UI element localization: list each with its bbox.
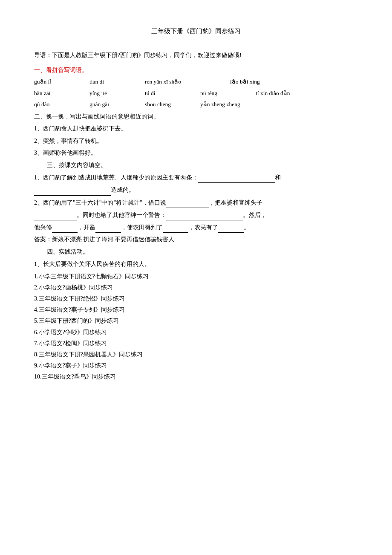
section2-item3: 3、画师称誉他画得好。 xyxy=(34,147,358,158)
section3-header: 三、按课文内容填空。 xyxy=(47,160,358,171)
pinyin-row3: qú dào guàn gài shōu cheng yǎn zhēng zhē… xyxy=(34,99,358,110)
s3-text2c: 。同时也给了其他官绅一个警告： xyxy=(77,212,166,218)
link-item-10[interactable]: 10.三年级语文?翠鸟》同步练习 xyxy=(34,371,358,382)
pinyin-item-3-3: shōu cheng xyxy=(145,99,200,110)
section3-item2b: 。同时也给了其他官绅一个警告： 。然后， xyxy=(34,209,358,220)
s3-text2g: ，使农田得到了 xyxy=(121,224,163,231)
blank6 xyxy=(52,222,78,233)
pinyin-item-2-3: tú dì xyxy=(145,88,200,98)
pinyin-item-2-2: yíng jiē xyxy=(89,88,145,98)
blank9 xyxy=(218,222,244,233)
page-title: 三年级下册《西门豹》同步练习 xyxy=(34,26,358,37)
s3-answer-label: 答案：新娘不漂亮 扔进了漳河 不要再借迷信骗钱害人 xyxy=(34,236,174,243)
link-item-9[interactable]: 9.小学语文?燕子》同步练习 xyxy=(34,360,358,371)
section3: 三、按课文内容填空。 1、西门豹了解到造成田地荒芜、人烟稀少的原因主要有两条： … xyxy=(34,160,358,245)
s3-text2d: 。然后， xyxy=(243,212,267,218)
section2-item1: 1、西门豹命人赶快把巫婆扔下去。 xyxy=(34,123,358,134)
section4: 四、实践活动。 1、长大后要做个关怀人民疾苦的有用的人。 xyxy=(34,246,358,269)
blank5 xyxy=(166,209,243,220)
link-item-1[interactable]: 1.小学三年级下册语文?七颗钻石》同步练习 xyxy=(34,271,358,282)
s3-text2e: 他兴修 xyxy=(34,224,52,231)
s3-text2b: ，把巫婆和官绅头子 xyxy=(209,199,262,206)
s3-text2a: 2、西门豹用了"三十六计"中的"将计就计"，借口说 xyxy=(34,199,166,206)
section2-header: 二、换一换，写出与画线词语的意思相近的词。 xyxy=(34,111,358,122)
s2-text3: 3、画师称誉他画得好。 xyxy=(34,150,97,156)
section3-item2c: 他兴修 ，开凿 ，使农田得到了 ，农民有了 。 xyxy=(34,222,358,233)
s3-text1: 1、西门豹了解到造成田地荒芜、人烟稀少的原因主要有两条： xyxy=(34,174,198,181)
section2-label: 二、换一换，写出与画线词语的意思相近的词。 xyxy=(34,113,159,120)
section4-item1: 1、长大后要做个关怀人民疾苦的有用的人。 xyxy=(34,259,358,269)
link-item-8[interactable]: 8.三年级语文下册?果园机器人》同步练习 xyxy=(34,349,358,360)
section4-header: 四、实践活动。 xyxy=(47,246,358,257)
pinyin-item-2-5: tí xīn diào dǎn xyxy=(256,88,341,98)
link-item-5[interactable]: 5.三年级下册?西门豹》同步练习 xyxy=(34,315,358,326)
pinyin-row1: guǎn lǐ tián dì rén yān xī shǎo lǎo bǎi … xyxy=(34,77,358,87)
pinyin-item-1-2: tián dì xyxy=(89,77,145,87)
s3-text2h: ，农民有了 xyxy=(188,224,218,231)
blank8 xyxy=(163,222,188,233)
section3-item1b: 造成的。 xyxy=(34,184,358,195)
pinyin-row2: hàn zāi yíng jiē tú dì pū téng tí xīn di… xyxy=(34,88,358,98)
intro-text: 导语：下面是人教版三年级下册?西门豹》同步练习，同学们，欢迎过来做做哦! xyxy=(34,50,358,61)
section2: 二、换一换，写出与画线词语的意思相近的词。 1、西门豹命人赶快把巫婆扔下去。 2… xyxy=(34,111,358,158)
link-list: 1.小学三年级下册语文?七颗钻石》同步练习 2.小学语文?画杨桃》同步练习 3.… xyxy=(34,271,358,382)
link-item-2[interactable]: 2.小学语文?画杨桃》同步练习 xyxy=(34,282,358,293)
section1-header: 一、看拼音写词语。 xyxy=(34,65,358,75)
s3-text2i: 。 xyxy=(244,224,250,231)
section3-answer: 答案：新娘不漂亮 扔进了漳河 不要再借迷信骗钱害人 xyxy=(34,234,358,245)
s4-text1: 1、长大后要做个关怀人民疾苦的有用的人。 xyxy=(34,261,150,267)
s3-and: 和 xyxy=(275,174,281,181)
link-item-6[interactable]: 6.小学语文?争吵》同步练习 xyxy=(34,327,358,338)
blank4 xyxy=(34,209,77,220)
s3-suffix: 造成的。 xyxy=(111,187,135,193)
link-item-7[interactable]: 7.小学语文?检阅》同步练习 xyxy=(34,338,358,349)
link-item-4[interactable]: 4.三年级语文?燕子专列》同步练习 xyxy=(34,304,358,315)
section4-label: 四、实践活动。 xyxy=(47,249,89,255)
pinyin-item-3-2: guàn gài xyxy=(89,99,145,110)
s3-text2f: ，开凿 xyxy=(78,224,95,231)
intro-content: 导语：下面是人教版三年级下册?西门豹》同步练习，同学们，欢迎过来做做哦! xyxy=(34,52,242,58)
section3-label: 三、按课文内容填空。 xyxy=(47,162,107,168)
link-item-3[interactable]: 3.三年级语文下册?绝招》同步练习 xyxy=(34,293,358,304)
section3-item1: 1、西门豹了解到造成田地荒芜、人烟稀少的原因主要有两条： 和 xyxy=(34,172,358,183)
section1-label: 一、看拼音写词语。 xyxy=(34,67,88,73)
section2-item2: 2、突然，事情有了转机。 xyxy=(34,136,358,146)
section1: 一、看拼音写词语。 guǎn lǐ tián dì rén yān xī shǎ… xyxy=(34,65,358,110)
pinyin-item-1-3: rén yān xī shǎo xyxy=(145,77,230,87)
page-container: 三年级下册《西门豹》同步练习 导语：下面是人教版三年级下册?西门豹》同步练习，同… xyxy=(34,26,358,382)
s2-text1: 1、西门豹命人赶快把巫婆扔下去。 xyxy=(34,125,127,132)
pinyin-item-2-1: hàn zāi xyxy=(34,88,89,98)
blank3 xyxy=(166,197,209,208)
pinyin-item-1-4: lǎo bǎi xìng xyxy=(230,77,315,87)
blank7 xyxy=(95,222,121,233)
blank2 xyxy=(34,184,111,195)
pinyin-item-1-1: guǎn lǐ xyxy=(34,77,89,87)
section3-item2: 2、西门豹用了"三十六计"中的"将计就计"，借口说 ，把巫婆和官绅头子 xyxy=(34,197,358,208)
pinyin-item-3-1: qú dào xyxy=(34,99,89,110)
s2-text2: 2、突然，事情有了转机。 xyxy=(34,138,103,144)
pinyin-item-2-4: pū téng xyxy=(200,88,256,98)
pinyin-item-3-4: yǎn zhēng zhēng xyxy=(200,99,285,110)
blank1 xyxy=(198,172,275,183)
